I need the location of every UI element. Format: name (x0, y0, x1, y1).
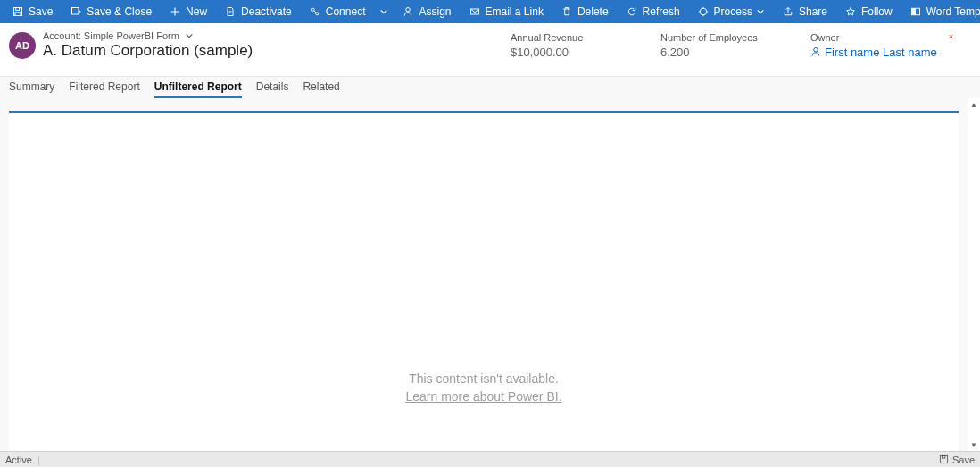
save-button[interactable]: Save (4, 0, 62, 23)
vertical-scrollbar[interactable]: ▲ ▼ (968, 98, 980, 451)
follow-button[interactable]: Follow (836, 0, 901, 23)
star-icon (845, 6, 856, 17)
svg-rect-3 (72, 8, 79, 15)
status-bar: Active | Save (0, 451, 980, 467)
status-save-button[interactable]: Save (939, 454, 975, 465)
owner-value[interactable]: First name Last name (810, 46, 953, 59)
deactivate-button[interactable]: Deactivate (216, 0, 301, 23)
word-icon (910, 6, 921, 17)
refresh-button[interactable]: Refresh (618, 0, 689, 23)
delete-button[interactable]: Delete (552, 0, 618, 23)
new-button[interactable]: New (161, 0, 216, 23)
scroll-track[interactable] (968, 111, 980, 438)
deactivate-icon (225, 6, 236, 17)
num-employees-field: Number of Employees 6,200 (660, 32, 803, 59)
scroll-up-arrow[interactable]: ▲ (968, 98, 980, 111)
save-close-icon (71, 6, 81, 17)
share-label: Share (799, 5, 827, 18)
delete-icon (561, 6, 572, 17)
connect-label: Connect (326, 5, 366, 18)
owner-label: Owner * (810, 32, 953, 43)
share-button[interactable]: Share (774, 0, 836, 23)
num-employees-label: Number of Employees (660, 32, 803, 43)
record-header: AD Account: Simple PowerBI Form A. Datum… (0, 23, 980, 77)
assign-icon (403, 6, 413, 17)
process-icon (698, 6, 709, 17)
learn-more-link[interactable]: Learn more about Power BI. (405, 389, 561, 404)
share-icon (783, 6, 793, 17)
tab-filtered-report[interactable]: Filtered Report (69, 77, 139, 98)
save-label: Save (29, 5, 53, 18)
connect-button[interactable]: Connect (301, 0, 375, 23)
svg-point-4 (311, 8, 314, 11)
form-label: Account: Simple PowerBI Form (43, 30, 179, 41)
svg-rect-13 (942, 455, 944, 458)
annual-revenue-value[interactable]: $10,000.00 (511, 46, 653, 59)
svg-rect-2 (15, 13, 21, 16)
svg-rect-10 (911, 8, 916, 15)
owner-field: Owner * First name Last name (810, 32, 953, 59)
save-icon (939, 454, 949, 464)
owner-name: First name Last name (825, 46, 937, 59)
record-name: A. Datum Corporation (sample) (43, 42, 253, 60)
svg-point-6 (406, 8, 411, 13)
unavailable-message: This content isn't available. Learn more… (405, 371, 561, 404)
record-status: Active (5, 454, 32, 465)
chevron-down-icon (379, 7, 388, 16)
header-fields: Annual Revenue $10,000.00 Number of Empl… (511, 32, 969, 59)
required-indicator: * (949, 32, 953, 45)
save-close-label: Save & Close (87, 5, 152, 18)
svg-point-8 (700, 8, 707, 15)
process-label: Process (714, 5, 752, 18)
annual-revenue-label: Annual Revenue (511, 32, 653, 43)
chevron-down-icon (756, 7, 765, 16)
command-bar: Save Save & Close New Deactivate Connect… (0, 0, 980, 23)
num-employees-value[interactable]: 6,200 (660, 46, 803, 59)
svg-rect-12 (940, 455, 947, 463)
assign-label: Assign (419, 5, 451, 18)
email-icon (469, 6, 480, 17)
delete-label: Delete (577, 5, 609, 18)
tab-related[interactable]: Related (303, 77, 339, 98)
connect-icon (310, 6, 320, 17)
follow-label: Follow (861, 5, 893, 18)
tab-bar: Summary Filtered Report Unfiltered Repor… (0, 77, 980, 98)
new-label: New (186, 5, 207, 18)
person-icon (810, 46, 821, 57)
plus-icon (170, 6, 180, 17)
refresh-label: Refresh (643, 5, 680, 18)
svg-point-11 (814, 48, 818, 53)
content-area: This content isn't available. Learn more… (0, 98, 968, 451)
tab-unfiltered-report[interactable]: Unfiltered Report (154, 77, 242, 98)
scroll-down-arrow[interactable]: ▼ (968, 438, 980, 451)
word-templates-button[interactable]: Word Templates (901, 0, 980, 23)
report-panel: This content isn't available. Learn more… (9, 111, 959, 451)
connect-dropdown[interactable] (374, 0, 394, 23)
form-switcher[interactable]: Account: Simple PowerBI Form (43, 30, 253, 41)
svg-point-5 (316, 13, 319, 15)
unavailable-text: This content isn't available. (405, 371, 561, 386)
record-title-block: Account: Simple PowerBI Form A. Datum Co… (43, 30, 253, 60)
status-divider: | (37, 454, 40, 465)
email-link-button[interactable]: Email a Link (461, 0, 552, 23)
tab-summary[interactable]: Summary (9, 77, 54, 98)
process-button[interactable]: Process (689, 0, 774, 23)
chevron-down-icon (185, 31, 194, 40)
save-close-button[interactable]: Save & Close (62, 0, 161, 23)
deactivate-label: Deactivate (241, 5, 292, 18)
assign-button[interactable]: Assign (394, 0, 460, 23)
save-icon (12, 6, 23, 17)
email-link-label: Email a Link (486, 5, 544, 18)
tab-details[interactable]: Details (256, 77, 289, 98)
refresh-icon (627, 6, 637, 17)
svg-rect-1 (16, 8, 20, 11)
avatar: AD (9, 32, 36, 59)
avatar-initials: AD (15, 40, 29, 51)
status-save-label: Save (952, 454, 975, 465)
word-templates-label: Word Templates (926, 5, 980, 18)
annual-revenue-field: Annual Revenue $10,000.00 (511, 32, 653, 59)
